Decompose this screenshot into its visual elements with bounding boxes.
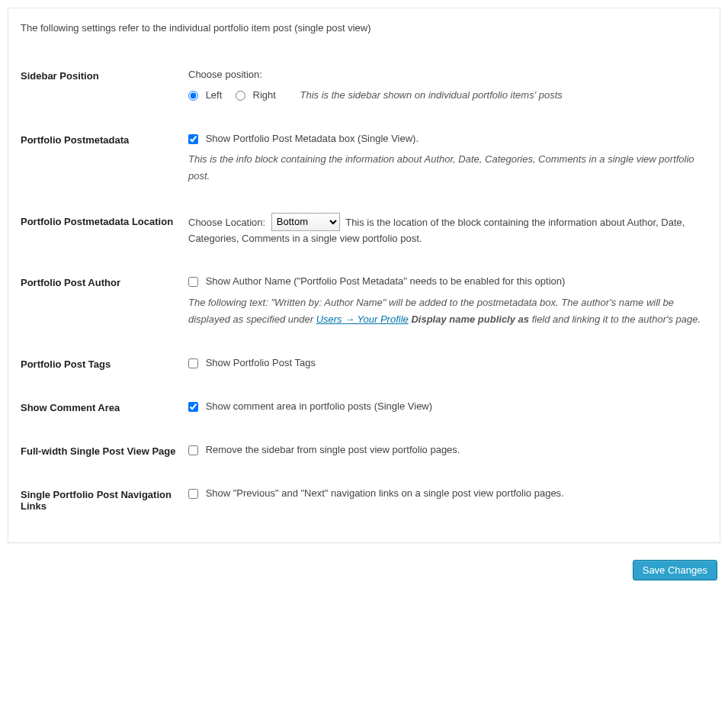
label-author: Portfolio Post Author (21, 262, 188, 343)
location-select[interactable]: Bottom (271, 213, 340, 231)
settings-table: Sidebar Position Choose position: Left R… (21, 55, 707, 527)
row-navlinks: Single Portfolio Post Navigation Links S… (21, 474, 707, 527)
fullwidth-checkbox-label[interactable]: Remove the sidebar from single post view… (188, 444, 460, 455)
fullwidth-checkbox[interactable] (188, 445, 198, 455)
navlinks-checkbox[interactable] (188, 489, 198, 499)
display-name-bold: Display name publicly as (411, 313, 529, 325)
label-comments: Show Comment Area (21, 387, 188, 430)
author-checkbox[interactable] (188, 277, 198, 287)
tags-cb-text: Show Portfolio Post Tags (206, 357, 316, 368)
label-navlinks: Single Portfolio Post Navigation Links (21, 474, 188, 527)
intro-text: The following settings refer to the indi… (21, 18, 707, 34)
label-tags: Portfolio Post Tags (21, 343, 188, 387)
navlinks-checkbox-label[interactable]: Show "Previous" and "Next" navigation li… (188, 487, 564, 499)
label-sidebar-position: Sidebar Position (21, 55, 188, 119)
users-profile-link[interactable]: Users → Your Profile (316, 313, 409, 325)
save-button[interactable]: Save Changes (633, 560, 717, 580)
postmeta-checkbox[interactable] (188, 134, 198, 144)
comments-cb-text: Show comment area in portfolio posts (Si… (206, 400, 432, 412)
postmeta-desc: This is the info block containing the in… (188, 151, 707, 185)
navlinks-cb-text: Show "Previous" and "Next" navigation li… (206, 487, 564, 499)
label-postmeta-location: Portfolio Postmetadata Location (21, 201, 188, 262)
choose-location-label: Choose Location: (188, 216, 265, 227)
author-checkbox-label[interactable]: Show Author Name ("Portfolio Post Metada… (188, 275, 565, 287)
radio-right-label[interactable]: Right (236, 89, 279, 101)
tags-checkbox[interactable] (188, 358, 198, 368)
fullwidth-cb-text: Remove the sidebar from single post view… (206, 444, 460, 455)
row-postmetadata: Portfolio Postmetadata Show Portfolio Po… (21, 119, 707, 201)
row-fullwidth: Full-width Single Post View Page Remove … (21, 430, 707, 474)
radio-right[interactable] (236, 91, 245, 101)
row-author: Portfolio Post Author Show Author Name (… (21, 262, 707, 343)
comments-checkbox[interactable] (188, 402, 198, 412)
submit-row: Save Changes (8, 560, 720, 580)
row-postmeta-location: Portfolio Postmetadata Location Choose L… (21, 201, 707, 262)
author-desc: The following text: "Written by: Author … (188, 294, 707, 328)
postmeta-cb-text: Show Portfolio Post Metadata box (Single… (206, 133, 419, 144)
radio-left-text: Left (206, 89, 223, 101)
tags-checkbox-label[interactable]: Show Portfolio Post Tags (188, 357, 316, 368)
choose-position-label: Choose position: (188, 67, 707, 83)
author-cb-text: Show Author Name ("Portfolio Post Metada… (206, 275, 566, 287)
comments-checkbox-label[interactable]: Show comment area in portfolio posts (Si… (188, 400, 432, 412)
radio-right-text: Right (253, 89, 276, 101)
label-fullwidth: Full-width Single Post View Page (21, 430, 188, 474)
label-postmetadata: Portfolio Postmetadata (21, 119, 188, 201)
row-comments: Show Comment Area Show comment area in p… (21, 387, 707, 430)
settings-panel: The following settings refer to the indi… (8, 8, 720, 543)
radio-left-label[interactable]: Left (188, 89, 225, 101)
postmeta-checkbox-label[interactable]: Show Portfolio Post Metadata box (Single… (188, 133, 419, 144)
radio-left[interactable] (188, 91, 198, 101)
row-tags: Portfolio Post Tags Show Portfolio Post … (21, 343, 707, 387)
author-desc-b: field and linking it to the author's pag… (529, 313, 701, 325)
row-sidebar-position: Sidebar Position Choose position: Left R… (21, 55, 707, 119)
sidebar-hint: This is the sidebar shown on individual … (300, 89, 563, 101)
